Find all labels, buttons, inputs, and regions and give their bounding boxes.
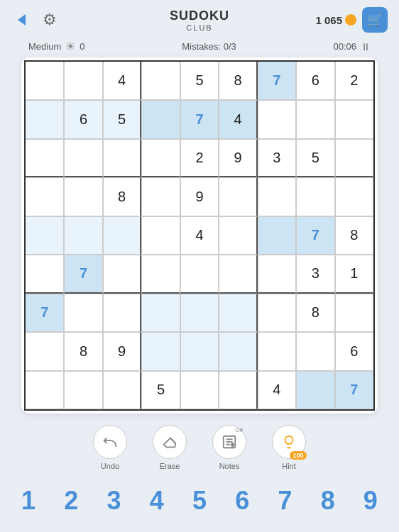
cell-4-6[interactable] [219,177,257,216]
cell-2-7[interactable] [258,100,296,138]
cell-3-6[interactable]: 9 [219,139,257,177]
app-title-area: SUDOKU CLUB [170,9,229,32]
num-btn-3[interactable]: 3 [92,483,135,519]
cell-6-1[interactable] [26,255,64,293]
cell-9-2[interactable] [64,371,102,409]
pause-icon[interactable]: ⏸ [361,41,371,52]
cell-9-4[interactable]: 5 [141,371,180,409]
cell-6-9[interactable]: 1 [335,255,373,293]
cell-7-5[interactable] [180,294,219,332]
cell-1-9[interactable]: 2 [335,62,373,100]
cell-2-6[interactable]: 4 [219,100,257,138]
cell-5-5[interactable]: 4 [180,216,219,255]
cell-8-2[interactable]: 8 [64,332,102,370]
cell-7-4[interactable] [141,294,180,332]
num-btn-8[interactable]: 8 [307,483,349,519]
cell-9-8[interactable] [296,371,334,409]
cell-9-7[interactable]: 4 [258,371,296,409]
cell-7-8[interactable]: 8 [296,294,334,332]
cell-8-9[interactable]: 6 [335,332,373,370]
cell-1-2[interactable] [64,62,102,100]
erase-button[interactable]: Erase [153,425,187,470]
shop-button[interactable]: 🛒 [362,7,388,33]
num-btn-6[interactable]: 6 [221,483,263,519]
cell-5-2[interactable] [64,216,102,255]
cell-5-1[interactable] [26,216,64,255]
cell-8-7[interactable] [258,332,296,370]
cell-5-8[interactable]: 7 [296,216,334,255]
cell-5-9[interactable]: 8 [335,216,373,255]
cell-4-1[interactable] [26,177,64,216]
cell-4-9[interactable] [335,177,373,216]
cell-4-7[interactable] [258,177,296,216]
cell-2-9[interactable] [335,100,373,138]
back-button[interactable] [11,10,31,30]
cell-1-1[interactable] [26,62,64,100]
cell-7-6[interactable] [219,294,257,332]
cell-7-2[interactable] [64,294,102,332]
cell-8-3[interactable]: 9 [103,332,141,370]
cell-4-2[interactable] [64,177,102,216]
cell-2-8[interactable] [296,100,334,138]
num-btn-7[interactable]: 7 [263,483,306,519]
cell-7-3[interactable] [103,294,141,332]
num-btn-4[interactable]: 4 [136,483,178,519]
cell-1-8[interactable]: 6 [296,62,334,100]
cell-3-1[interactable] [26,139,64,177]
cell-2-3[interactable]: 5 [103,100,141,138]
num-btn-9[interactable]: 9 [349,483,392,519]
num-btn-1[interactable]: 1 [7,483,50,519]
cell-6-5[interactable] [180,255,219,293]
cell-4-3[interactable]: 8 [103,177,141,216]
cell-3-9[interactable] [335,139,373,177]
cell-6-6[interactable] [219,255,257,293]
cell-4-5[interactable]: 9 [180,177,219,216]
cell-5-3[interactable] [103,216,141,255]
cell-1-4[interactable] [141,62,180,100]
settings-button[interactable]: ⚙ [40,10,60,30]
undo-button[interactable]: Undo [93,425,127,470]
notes-icon [222,434,237,450]
cell-9-5[interactable] [180,371,219,409]
cell-8-4[interactable] [141,332,180,370]
cell-3-7[interactable]: 3 [258,139,296,177]
cell-7-7[interactable] [258,294,296,332]
cell-3-8[interactable]: 5 [296,139,334,177]
cell-6-4[interactable] [141,255,180,293]
cell-2-4[interactable] [141,100,180,138]
notes-button[interactable]: Off Notes [212,425,246,470]
cell-3-3[interactable] [103,139,141,177]
num-btn-2[interactable]: 2 [50,483,92,519]
cell-8-8[interactable] [296,332,334,370]
cell-1-5[interactable]: 5 [180,62,219,100]
cell-9-3[interactable] [103,371,141,409]
cell-9-9[interactable]: 7 [335,371,373,409]
cell-5-6[interactable] [219,216,257,255]
cell-7-9[interactable] [335,294,373,332]
cell-8-5[interactable] [180,332,219,370]
cell-2-5[interactable]: 7 [180,100,219,138]
cell-3-5[interactable]: 2 [180,139,219,177]
cell-8-1[interactable] [26,332,64,370]
cell-1-7[interactable]: 7 [258,62,296,100]
cell-4-8[interactable] [296,177,334,216]
cell-9-6[interactable] [219,371,257,409]
cell-2-2[interactable]: 6 [64,100,102,138]
cell-6-2[interactable]: 7 [64,255,102,293]
cell-8-6[interactable] [219,332,257,370]
cell-3-4[interactable] [141,139,180,177]
num-btn-5[interactable]: 5 [178,483,221,519]
cell-6-3[interactable] [103,255,141,293]
cell-3-2[interactable] [64,139,102,177]
hint-button[interactable]: 100 Hint [272,425,306,470]
cell-1-6[interactable]: 8 [219,62,257,100]
cell-5-4[interactable] [141,216,180,255]
cell-2-1[interactable] [26,100,64,138]
cell-7-1[interactable]: 7 [26,294,64,332]
cell-6-8[interactable]: 3 [296,255,334,293]
cell-4-4[interactable] [141,177,180,216]
cell-5-7[interactable] [258,216,296,255]
cell-1-3[interactable]: 4 [103,62,141,100]
cell-6-7[interactable] [258,255,296,293]
cell-9-1[interactable] [26,371,64,409]
